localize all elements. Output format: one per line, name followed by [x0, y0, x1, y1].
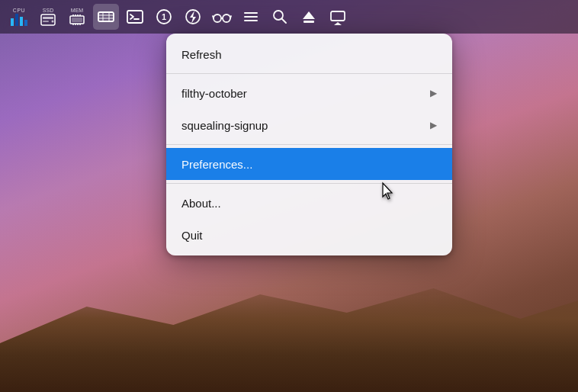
menubar-icon-mem[interactable]: MEM	[64, 4, 90, 30]
glasses-icon-svg	[212, 8, 232, 25]
menubar-icon-search[interactable]	[267, 4, 293, 30]
dropdown-menu: Refresh filthy-october ▶ squealing-signu…	[166, 34, 452, 255]
svg-line-28	[213, 16, 214, 18]
menubar-icon-terminal[interactable]	[122, 4, 148, 30]
menu-item-squealing-signup[interactable]: squealing-signup ▶	[166, 109, 452, 141]
menu-separator-1	[166, 73, 452, 74]
svg-line-29	[230, 16, 231, 18]
menubar-icon-airplay[interactable]	[325, 4, 351, 30]
net-icon-svg	[98, 8, 114, 25]
menu-item-refresh-label: Refresh	[181, 48, 222, 61]
menu-item-preferences[interactable]: Preferences...	[166, 148, 452, 180]
menu-item-about-label: About...	[181, 197, 221, 210]
menubar-icon-ssd[interactable]: SSD	[35, 4, 61, 30]
svg-rect-36	[303, 21, 314, 23]
svg-rect-1	[43, 17, 53, 19]
svg-rect-13	[72, 18, 82, 22]
svg-point-3	[52, 21, 54, 23]
menu-item-quit[interactable]: Quit	[166, 219, 452, 251]
menu-item-about[interactable]: About...	[166, 187, 452, 219]
menu-item-refresh[interactable]: Refresh	[166, 38, 452, 70]
airplay-icon-svg	[329, 8, 346, 25]
terminal-icon-svg	[127, 8, 143, 25]
password-icon-svg: 1	[156, 8, 172, 25]
submenu-arrow-squealing: ▶	[430, 120, 437, 130]
menubar-icon-list[interactable]	[238, 4, 264, 30]
svg-rect-0	[41, 14, 55, 25]
svg-marker-35	[303, 11, 315, 19]
svg-point-25	[214, 14, 221, 22]
bolt-icon-svg	[185, 8, 201, 25]
menu-item-filthy-october-label: filthy-october	[181, 87, 247, 100]
menubar: CPU SSD MEM	[0, 0, 578, 34]
svg-rect-14	[98, 12, 114, 21]
menubar-icon-cpu[interactable]: CPU	[6, 4, 32, 30]
svg-point-26	[223, 14, 230, 22]
menu-item-quit-label: Quit	[181, 229, 203, 242]
menubar-icon-glasses[interactable]	[209, 4, 235, 30]
svg-marker-38	[334, 22, 342, 25]
menubar-icon-eject[interactable]	[296, 4, 322, 30]
menu-item-filthy-october[interactable]: filthy-october ▶	[166, 77, 452, 109]
menu-item-squealing-signup-label: squealing-signup	[181, 119, 268, 132]
menu-separator-3	[166, 183, 452, 184]
svg-line-34	[282, 19, 287, 24]
menubar-icon-password[interactable]: 1	[151, 4, 177, 30]
search-icon-svg	[271, 8, 288, 25]
ssd-label: SSD	[43, 8, 53, 13]
list-icon-svg	[242, 8, 259, 25]
submenu-arrow-filthy: ▶	[430, 88, 437, 98]
cpu-label: CPU	[13, 8, 25, 13]
mem-label: MEM	[71, 8, 83, 13]
ssd-icon-svg	[40, 14, 56, 26]
svg-rect-37	[331, 11, 345, 21]
menu-item-preferences-label: Preferences...	[181, 158, 252, 171]
menubar-icon-net[interactable]	[93, 4, 119, 30]
menu-separator-2	[166, 144, 452, 145]
mem-icon-svg	[69, 14, 85, 26]
svg-rect-2	[43, 21, 49, 22]
svg-marker-24	[190, 11, 196, 24]
eject-icon-svg	[300, 8, 317, 25]
menubar-icon-bolt[interactable]	[180, 4, 206, 30]
cpu-bars	[11, 14, 27, 26]
svg-rect-19	[127, 11, 143, 23]
svg-text:1: 1	[162, 12, 166, 21]
